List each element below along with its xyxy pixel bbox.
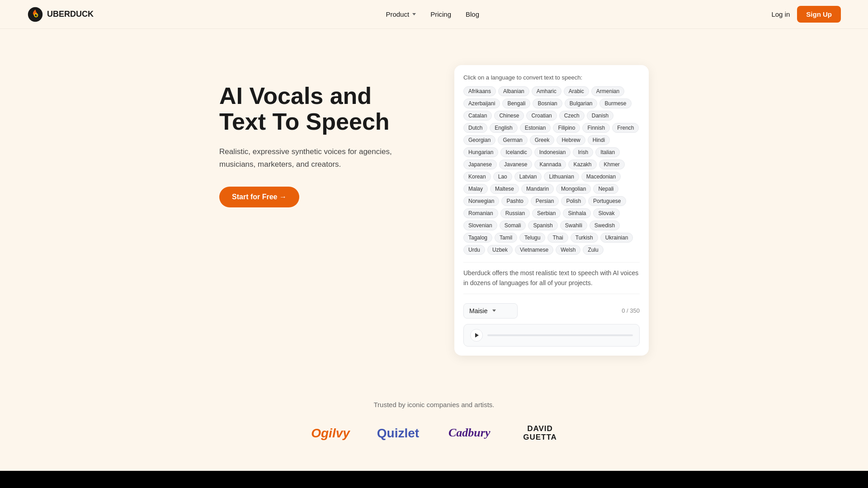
lang-tag[interactable]: Persian: [531, 196, 559, 206]
lang-tag[interactable]: Filipino: [553, 123, 580, 133]
lang-tag[interactable]: Finnish: [582, 123, 610, 133]
svg-point-2: [35, 14, 37, 16]
nav-actions: Log in Sign Up: [771, 6, 841, 23]
lang-tag[interactable]: Japanese: [463, 160, 497, 169]
login-button[interactable]: Log in: [771, 10, 790, 18]
lang-tag[interactable]: Telugu: [519, 233, 545, 243]
trusted-title: Trusted by iconic companies and artists.: [27, 401, 841, 408]
lang-tag[interactable]: Thai: [547, 233, 568, 243]
lang-tag[interactable]: French: [612, 123, 639, 133]
lang-tag[interactable]: Mandarin: [521, 184, 554, 194]
lang-tag[interactable]: Latvian: [514, 172, 542, 182]
lang-tag[interactable]: Croatian: [526, 111, 557, 121]
lang-tag[interactable]: Greek: [530, 135, 555, 145]
lang-tag[interactable]: Macedonian: [581, 172, 621, 182]
lang-tag[interactable]: Maltese: [490, 184, 519, 194]
lang-tag[interactable]: Slovenian: [463, 221, 497, 230]
lang-tag[interactable]: Malay: [463, 184, 488, 194]
lang-tag[interactable]: Ukrainian: [600, 233, 633, 243]
signup-button[interactable]: Sign Up: [797, 6, 841, 23]
lang-tag[interactable]: English: [490, 123, 517, 133]
lang-tag[interactable]: Nepali: [593, 184, 618, 194]
lang-tag[interactable]: Russian: [500, 208, 530, 218]
char-counter: 0 / 350: [622, 307, 640, 314]
lang-tag[interactable]: Javanese: [499, 160, 532, 169]
nav-product[interactable]: Product: [386, 10, 416, 18]
trusted-section: Trusted by iconic companies and artists.…: [0, 383, 868, 471]
lang-tag[interactable]: Sinhala: [563, 208, 591, 218]
audio-progress-bar[interactable]: [487, 334, 633, 336]
lang-tag[interactable]: Danish: [587, 111, 613, 121]
hero-title: AI Vocals and Text To Speech: [219, 83, 418, 135]
lang-tag[interactable]: Urdu: [463, 245, 485, 255]
lang-tag[interactable]: Kazakh: [568, 160, 596, 169]
lang-tag[interactable]: Lithuanian: [544, 172, 579, 182]
lang-tag[interactable]: Romanian: [463, 208, 498, 218]
lang-tag[interactable]: Slovak: [593, 208, 619, 218]
voice-dropdown[interactable]: Maisie: [463, 303, 518, 319]
lang-tag[interactable]: Swedish: [590, 221, 620, 230]
lang-tag[interactable]: Pashto: [501, 196, 528, 206]
start-free-button[interactable]: Start for Free →: [219, 187, 299, 207]
lang-tag[interactable]: German: [498, 135, 527, 145]
lang-tag[interactable]: Dutch: [463, 123, 487, 133]
brand-quizlet: Quizlet: [377, 426, 419, 441]
cadbury-logo-icon: Cadbury: [446, 423, 496, 441]
lang-tag[interactable]: Welsh: [556, 245, 580, 255]
lang-tag[interactable]: Kannada: [534, 160, 566, 169]
nav-links: Product Pricing Blog: [386, 10, 479, 18]
lang-tag[interactable]: Somali: [500, 221, 526, 230]
lang-tag[interactable]: Vietnamese: [515, 245, 553, 255]
lang-tag[interactable]: Bengali: [502, 99, 530, 108]
lang-tag[interactable]: Afrikaans: [463, 86, 496, 96]
brand-cadbury: Cadbury: [446, 423, 496, 444]
lang-tag[interactable]: Czech: [559, 111, 585, 121]
lang-tag[interactable]: Bulgarian: [565, 99, 598, 108]
lang-tag[interactable]: Turkish: [571, 233, 598, 243]
lang-tag[interactable]: Hungarian: [463, 147, 498, 157]
lang-tag[interactable]: Tagalog: [463, 233, 492, 243]
lang-tag[interactable]: Georgian: [463, 135, 495, 145]
lang-tag[interactable]: Azerbaijani: [463, 99, 500, 108]
lang-tag[interactable]: Polish: [561, 196, 586, 206]
lang-tag[interactable]: Hebrew: [557, 135, 585, 145]
lang-tag[interactable]: Arabic: [564, 86, 589, 96]
footer-dark-section: Full-featured synthetic vocals: [0, 471, 868, 488]
logo[interactable]: UBERDUCK: [27, 6, 94, 23]
lang-tag[interactable]: Korean: [463, 172, 491, 182]
lang-tag[interactable]: Lao: [493, 172, 512, 182]
voice-chevron-icon: [492, 310, 496, 312]
lang-tag[interactable]: Irish: [573, 147, 593, 157]
lang-tag[interactable]: Tamil: [495, 233, 517, 243]
hero-subtitle: Realistic, expressive synthetic voices f…: [219, 145, 418, 170]
lang-tag[interactable]: Amharic: [532, 86, 561, 96]
lang-description: Uberduck offers the most realistic text …: [463, 262, 640, 294]
lang-tag[interactable]: Italian: [595, 147, 620, 157]
lang-tag[interactable]: Spanish: [528, 221, 557, 230]
lang-tag[interactable]: Catalan: [463, 111, 492, 121]
lang-tag[interactable]: Khmer: [599, 160, 625, 169]
lang-tag[interactable]: Serbian: [532, 208, 561, 218]
lang-card-instruction: Click on a language to convert text to s…: [463, 74, 640, 81]
lang-tag[interactable]: Indonesian: [534, 147, 571, 157]
lang-tag[interactable]: Estonian: [520, 123, 551, 133]
lang-tag[interactable]: Uzbek: [487, 245, 513, 255]
lang-tag[interactable]: Hindi: [588, 135, 610, 145]
lang-tag[interactable]: Icelandic: [500, 147, 532, 157]
lang-tag[interactable]: Chinese: [494, 111, 524, 121]
lang-tag[interactable]: Norwegian: [463, 196, 499, 206]
lang-tag[interactable]: Bosnian: [533, 99, 562, 108]
lang-tag[interactable]: Mongolian: [556, 184, 591, 194]
lang-tag[interactable]: Portuguese: [588, 196, 626, 206]
nav-blog[interactable]: Blog: [466, 10, 479, 18]
nav-pricing[interactable]: Pricing: [430, 10, 451, 18]
lang-tag[interactable]: Albanian: [498, 86, 529, 96]
lang-tag[interactable]: Armenian: [591, 86, 624, 96]
play-button[interactable]: [470, 329, 483, 342]
lang-tag[interactable]: Burmese: [599, 99, 631, 108]
lang-tag[interactable]: Swahili: [560, 221, 587, 230]
brand-name: UBERDUCK: [47, 9, 94, 19]
svg-text:Cadbury: Cadbury: [448, 426, 491, 439]
brand-david-guetta: DAVIDGUETTA: [523, 425, 557, 441]
lang-tag[interactable]: Zulu: [583, 245, 603, 255]
